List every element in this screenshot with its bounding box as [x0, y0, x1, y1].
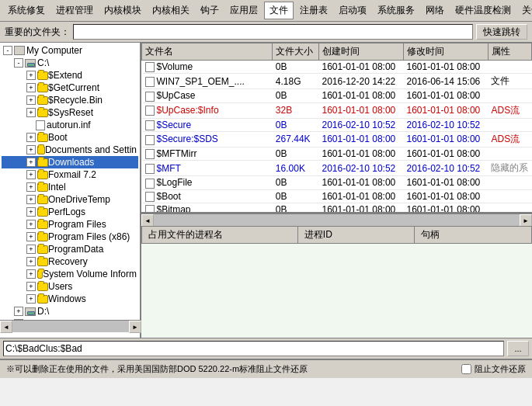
- file-name-cell: $Volume: [142, 61, 273, 74]
- tree-expander-onedrive[interactable]: +: [26, 195, 36, 204]
- menu-process-manager[interactable]: 进程管理: [51, 2, 98, 19]
- menu-app-layer[interactable]: 应用层: [225, 2, 263, 19]
- file-modified-cell: 1601-01-01 08:00: [403, 189, 488, 203]
- menu-hardware-temp[interactable]: 硬件温度检测: [450, 2, 516, 19]
- tree-scroll-right[interactable]: ►: [129, 321, 141, 333]
- folder-jump-input[interactable]: [73, 24, 473, 40]
- file-created-cell: 1601-01-01 08:00: [318, 147, 403, 160]
- file-doc-icon: [145, 62, 155, 72]
- tree-item-programfiles[interactable]: + Program Files: [2, 218, 138, 231]
- table-row[interactable]: $Volume0B1601-01-01 08:001601-01-01 08:0…: [142, 61, 532, 74]
- table-row[interactable]: $UpCase:$Info32B1601-01-01 08:001601-01-…: [142, 102, 532, 118]
- tree-item-recovery[interactable]: + Recovery: [2, 255, 138, 268]
- tree-expander-foxmail[interactable]: +: [26, 170, 36, 179]
- toolbar: 重要的文件夹： 快速跳转: [0, 22, 532, 43]
- tree-item-extend[interactable]: + $Extend: [2, 69, 138, 82]
- table-row[interactable]: $Secure:$SDS267.44K1601-01-01 08:001601-…: [142, 131, 532, 147]
- path-browse-button[interactable]: ...: [507, 341, 529, 356]
- tree-expander-systemvolume[interactable]: +: [26, 269, 36, 279]
- tree-expander-getcurrent[interactable]: +: [26, 83, 36, 92]
- file-scroll-right[interactable]: ►: [520, 214, 532, 227]
- tree-expander-programfilesx86[interactable]: +: [26, 232, 36, 241]
- tree-expander-boot[interactable]: +: [26, 133, 36, 142]
- menu-kernel-modules[interactable]: 内核模块: [99, 2, 146, 19]
- tree-expander-d[interactable]: +: [14, 307, 23, 316]
- tree-item-intel[interactable]: + Intel: [2, 181, 138, 193]
- file-list-container[interactable]: 文件名 文件大小 创建时间 修改时间 属性 $Volume0B1601-01-0…: [141, 43, 532, 213]
- tree-expander-windows[interactable]: +: [26, 294, 36, 304]
- tree-item-perflogs[interactable]: + PerfLogs: [2, 206, 138, 218]
- table-row[interactable]: $UpCase0B1601-01-01 08:001601-01-01 08:0…: [142, 89, 532, 102]
- tree-expander-c[interactable]: -: [14, 58, 23, 68]
- menu-file[interactable]: 文件: [264, 2, 294, 19]
- tree-item-getcurrent[interactable]: + $GetCurrent: [2, 82, 138, 94]
- path-input[interactable]: [3, 341, 504, 356]
- tree-expander-sysreset[interactable]: +: [26, 108, 36, 117]
- menu-hooks[interactable]: 钩子: [196, 2, 224, 19]
- prevent-restore-checkbox[interactable]: [461, 364, 471, 374]
- file-scroll-left[interactable]: ◄: [141, 214, 154, 227]
- drive-icon-c: [25, 59, 36, 68]
- menu-about[interactable]: 关于↑: [517, 2, 532, 19]
- tree-expander-programdata[interactable]: +: [26, 245, 36, 254]
- menu-system-repair[interactable]: 系统修复: [3, 2, 50, 19]
- tree-expander-perflogs[interactable]: +: [26, 207, 36, 217]
- tree-item-windows[interactable]: + Windows: [2, 293, 138, 305]
- tree-expander-intel[interactable]: +: [26, 182, 36, 192]
- tree-item-autorun[interactable]: autorun.inf: [2, 119, 138, 131]
- tree-expander-recycle[interactable]: +: [26, 95, 36, 105]
- tree-expander-documents[interactable]: +: [26, 145, 36, 154]
- tree-item-recycle[interactable]: + $Recycle.Bin: [2, 94, 138, 106]
- table-row[interactable]: $LogFile0B1601-01-01 08:001601-01-01 08:…: [142, 176, 532, 189]
- tree-expander-programfiles[interactable]: +: [26, 220, 36, 229]
- tree-item-programdata[interactable]: + ProgramData: [2, 243, 138, 255]
- menu-kernel-related[interactable]: 内核相关: [148, 2, 194, 19]
- folder-icon-programdata: [37, 245, 48, 254]
- file-modified-cell: 2016-02-10 10:52: [403, 118, 488, 131]
- tree-root-item[interactable]: - My Computer: [2, 44, 138, 57]
- file-name-cell: $Secure:$SDS: [142, 131, 273, 147]
- menu-registry[interactable]: 注册表: [295, 2, 332, 19]
- tree-item-programfilesx86[interactable]: + Program Files (x86): [2, 231, 138, 243]
- tree-expander-users[interactable]: +: [26, 282, 36, 291]
- menu-startup[interactable]: 启动项: [334, 2, 371, 19]
- tree-hscroll[interactable]: ◄ ►: [0, 320, 141, 332]
- quick-jump-button[interactable]: 快速跳转: [476, 24, 527, 40]
- file-list-hscroll[interactable]: ◄ ►: [141, 213, 532, 226]
- tree-item-boot[interactable]: + Boot: [2, 131, 138, 144]
- file-created-cell: 1601-01-01 08:00: [318, 189, 403, 203]
- tree-expander-root[interactable]: -: [3, 46, 12, 55]
- tree-item-onedrive[interactable]: + OneDriveTemp: [2, 193, 138, 206]
- tree-expander-recovery[interactable]: +: [26, 257, 36, 266]
- tree-item-systemvolume[interactable]: + System Volume Inform: [2, 268, 138, 280]
- col-modified[interactable]: 修改时间: [403, 43, 488, 61]
- tree-expander-downloads[interactable]: +: [26, 158, 36, 167]
- tree-item-sysreset[interactable]: + $SysReset: [2, 106, 138, 119]
- menu-network[interactable]: 网络: [421, 2, 449, 19]
- col-attr[interactable]: 属性: [488, 43, 531, 61]
- tree-item-c[interactable]: - C:\: [2, 57, 138, 69]
- tree-item-d[interactable]: + D:\: [2, 305, 138, 318]
- table-row[interactable]: $Boot0B1601-01-01 08:001601-01-01 08:00: [142, 189, 532, 203]
- table-row[interactable]: $MFT16.00K2016-02-10 10:522016-02-10 10:…: [142, 161, 532, 176]
- tree-item-downloads[interactable]: + Downloads: [2, 156, 138, 168]
- col-filename[interactable]: 文件名: [142, 43, 273, 61]
- tree-item-users[interactable]: + Users: [2, 280, 138, 293]
- tree-item-documents[interactable]: + Documents and Settin: [2, 144, 138, 156]
- folder-icon-getcurrent: [37, 84, 48, 92]
- table-row[interactable]: $Bitmap0B1601-01-01 08:001601-01-01 08:0…: [142, 203, 532, 213]
- file-doc-icon: [145, 77, 155, 87]
- col-created[interactable]: 创建时间: [318, 43, 403, 61]
- file-size-cell: 16.00K: [273, 161, 319, 176]
- col-filesize[interactable]: 文件大小: [273, 43, 319, 61]
- tree-expander-extend[interactable]: +: [26, 71, 36, 80]
- table-row[interactable]: $Secure0B2016-02-10 10:522016-02-10 10:5…: [142, 118, 532, 131]
- menu-system-services[interactable]: 系统服务: [373, 2, 419, 19]
- file-size-cell: 0B: [273, 118, 319, 131]
- table-row[interactable]: $MFTMirr0B1601-01-01 08:001601-01-01 08:…: [142, 147, 532, 160]
- tree-item-foxmail[interactable]: + Foxmail 7.2: [2, 168, 138, 181]
- file-created-cell: 1601-01-01 08:00: [318, 176, 403, 189]
- tree-scroll-left[interactable]: ◄: [0, 321, 12, 333]
- tree-label-c: C:\: [37, 57, 49, 68]
- table-row[interactable]: WIN7_SP1_OEM_....4.18G2016-12-20 14:2220…: [142, 74, 532, 89]
